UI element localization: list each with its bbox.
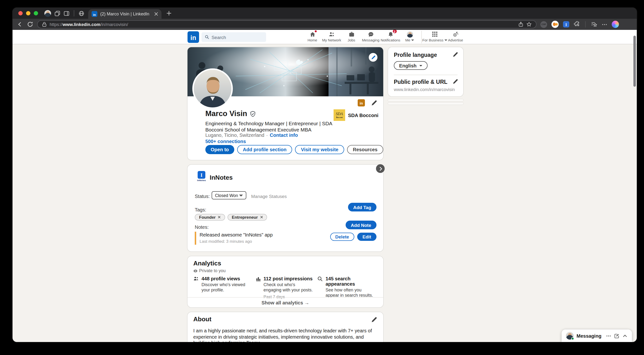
close-window-button[interactable] [18, 11, 23, 15]
profile-settings-card: Profile language English Public profile … [388, 47, 463, 96]
search-appearances-stat[interactable]: 145 search appearances See how often you… [318, 276, 379, 299]
search-box[interactable] [202, 32, 266, 42]
linkedin-logo[interactable]: in [188, 31, 199, 43]
about-edit-button[interactable] [371, 317, 377, 323]
favorite-star-icon[interactable] [526, 22, 532, 27]
connections-link[interactable]: 500+ connections [205, 139, 246, 144]
about-card: About I am a highly passionate nerd, and… [188, 312, 383, 342]
extensions-puzzle-icon[interactable] [574, 21, 580, 27]
name-row: Marco Visin [205, 109, 256, 118]
add-profile-section-button[interactable]: Add profile section [237, 145, 292, 154]
desktop: in (2) Marco Visin | LinkedIn https://ww… [0, 0, 644, 355]
tag-entrepreneur[interactable]: Entrepreneur [228, 214, 267, 221]
post-impressions-stat[interactable]: 112 post impressions Check out who's eng… [255, 276, 317, 299]
compose-message-icon[interactable] [614, 333, 620, 338]
remove-tag-icon[interactable] [260, 216, 263, 219]
add-tag-button[interactable]: Add Tag [348, 203, 376, 211]
me-avatar [406, 31, 413, 37]
minimize-window-button[interactable] [26, 11, 30, 15]
tab-title: (2) Marco Visin | LinkedIn [100, 11, 151, 16]
globe-icon[interactable] [78, 10, 84, 16]
pencil-icon [371, 55, 375, 59]
contact-info-link[interactable]: Contact info [270, 132, 298, 138]
messaging-icon [368, 31, 374, 37]
home-badge-dot [314, 30, 317, 33]
presence-dot [571, 337, 574, 340]
browser-profile-avatar[interactable] [44, 10, 51, 17]
nav-notifications[interactable]: 2 Notifications [380, 31, 401, 44]
close-tab-icon[interactable] [154, 12, 158, 16]
reload-icon[interactable] [27, 21, 33, 27]
delete-note-button[interactable]: Delete [330, 233, 354, 241]
edit-language-button[interactable] [453, 52, 458, 57]
search-input[interactable] [212, 34, 263, 40]
collapsed-card-edge [388, 99, 463, 101]
zoom-window-button[interactable] [34, 11, 38, 15]
show-all-analytics-link[interactable]: Show all analytics → [188, 297, 383, 307]
status-dropdown[interactable]: Closed Won [212, 191, 246, 199]
linkedin-nav: in Home My Network [12, 30, 637, 44]
back-icon[interactable] [17, 21, 23, 27]
sidebar-divider [394, 75, 458, 75]
tag-founder[interactable]: Founder [195, 214, 225, 221]
nav-messaging[interactable]: Messaging [360, 31, 381, 44]
chevron-up-icon[interactable] [622, 333, 628, 338]
notes-label: Notes: [195, 224, 209, 230]
favorites-list-icon[interactable] [591, 21, 597, 27]
innotes-extension-icon[interactable]: I [563, 21, 569, 27]
messaging-dock[interactable]: Messaging [562, 330, 632, 342]
address-bar[interactable]: https://www.linkedin.com/in/marcovisin/ [37, 20, 536, 28]
orange-extension-icon[interactable] [552, 21, 559, 28]
active-tab[interactable]: in (2) Marco Visin | LinkedIn [88, 9, 162, 19]
profile-edit-button[interactable] [371, 100, 377, 106]
tab-groups-icon[interactable] [54, 10, 60, 16]
edit-public-url-button[interactable] [453, 79, 458, 84]
messaging-menu-icon[interactable] [606, 333, 611, 338]
current-company[interactable]: SDA Bocconi SDA Bocconi [334, 109, 378, 121]
profile-actions: Open to Add profile section Visit my web… [205, 145, 383, 154]
carousel-next-button[interactable] [376, 164, 385, 173]
nav-home[interactable]: Home [302, 31, 323, 44]
tags-label: Tags: [195, 207, 206, 212]
browser-menu-icon[interactable] [602, 21, 607, 27]
visit-my-website-button[interactable]: Visit my website [295, 145, 344, 154]
search-icon [318, 276, 323, 282]
add-note-button[interactable]: Add Note [346, 221, 376, 229]
edit-note-button[interactable]: Edit [357, 233, 376, 241]
share-icon[interactable] [518, 22, 524, 27]
open-to-button[interactable]: Open to [205, 145, 234, 154]
nav-for-business[interactable]: For Business [422, 31, 447, 44]
profile-views-stat[interactable]: 448 profile views Discover who's viewed … [193, 276, 255, 299]
nav-advertise[interactable]: Advertise [444, 31, 466, 44]
profile-card: in Marco Visin SDA Bocconi SDA Bocconi [188, 47, 383, 160]
csp-extension-icon[interactable]: CSP [540, 21, 547, 28]
messaging-label: Messaging [576, 333, 603, 338]
copilot-icon[interactable] [612, 21, 619, 28]
page-scrollbar[interactable] [634, 36, 636, 87]
analytics-private: Private to you [193, 268, 226, 273]
sidebar-panel-icon[interactable] [64, 10, 70, 16]
resources-button[interactable]: Resources [347, 145, 383, 154]
verified-shield-icon[interactable] [250, 110, 256, 117]
extensions-row: CSP I [540, 21, 619, 28]
nav-divider [421, 31, 422, 43]
banner-edit-button[interactable] [369, 53, 378, 62]
nav-my-network[interactable]: My Network [321, 31, 342, 44]
bar-chart-icon [255, 276, 261, 282]
notifications-icon: 2 [387, 31, 394, 37]
nav-me[interactable]: Me [399, 31, 420, 44]
toolbar-divider [585, 21, 586, 27]
new-tab-button[interactable] [166, 8, 172, 19]
nav-jobs[interactable]: Jobs [341, 31, 362, 44]
language-dropdown[interactable]: English [394, 61, 428, 70]
about-title: About [193, 316, 211, 323]
profile-photo[interactable] [192, 68, 233, 109]
note-title: Released awesome "InNotes" app [200, 232, 272, 238]
manage-statuses-link[interactable]: Manage Statuses [251, 194, 287, 199]
profile-headline: Engineering & Technology Manager | Entre… [205, 120, 344, 133]
advertise-icon [452, 31, 459, 37]
status-value: Closed Won [215, 193, 238, 198]
remove-tag-icon[interactable] [218, 216, 221, 219]
chevron-down-icon [419, 65, 422, 66]
messaging-avatar [566, 332, 574, 340]
